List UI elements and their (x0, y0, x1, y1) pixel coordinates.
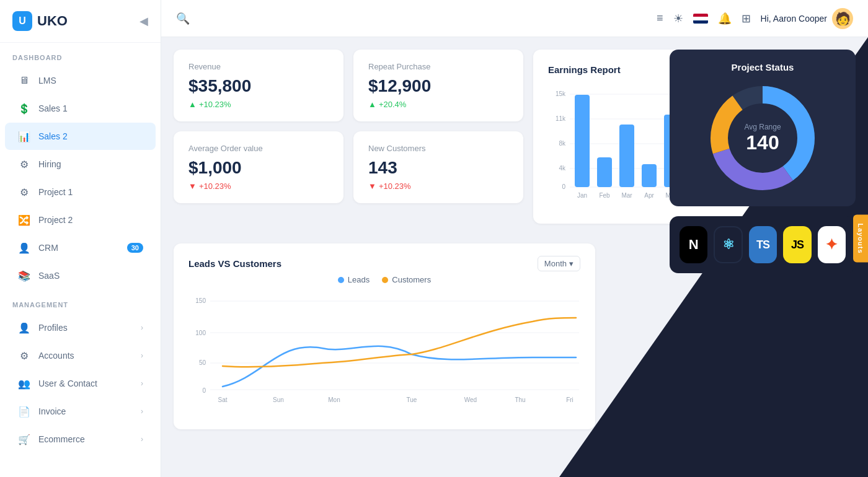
search-icon: 🔍 (176, 12, 190, 25)
bell-icon[interactable]: 🔔 (718, 12, 732, 25)
sidebar-item-label: SaaS (38, 271, 60, 281)
metric-value: $35,800 (188, 76, 329, 96)
svg-text:Sat: Sat (218, 396, 227, 403)
earnings-title: Earnings Report (548, 64, 621, 75)
metric-value: $12,900 (368, 76, 508, 96)
sidebar-item-label: Sales 1 (38, 103, 68, 113)
content-area: Revenue $35,800 ▲ +10.23% Repeat Purchas… (161, 37, 868, 477)
sidebar-item-profiles[interactable]: 👤 Profiles › (5, 314, 156, 341)
svg-rect-10 (575, 95, 590, 187)
metric-label: New Customers (368, 144, 508, 153)
sidebar-item-project2[interactable]: 🔀 Project 2 (5, 206, 156, 234)
arrow-up-icon: ▲ (368, 100, 376, 109)
legend-customers-label: Customers (392, 275, 431, 284)
leads-header: Leads VS Customers Month ▾ (188, 256, 580, 271)
sidebar-item-project1[interactable]: ⚙ Project 1 (5, 178, 156, 206)
sidebar-item-label: Profiles (38, 323, 68, 333)
react-logo[interactable]: ⚛ (714, 226, 742, 263)
flag-icon[interactable] (693, 14, 708, 24)
metric-change: ▼ +10.23% (368, 182, 508, 191)
javascript-logo[interactable]: JS (783, 226, 811, 263)
chevron-down-icon: ▾ (569, 259, 574, 268)
profiles-icon: 👤 (17, 321, 31, 335)
svg-text:Apr: Apr (644, 192, 654, 199)
metric-new-customers: New Customers 143 ▼ +10.23% (353, 131, 523, 203)
project-status-card: Project Status (670, 50, 856, 206)
chevron-right-icon: › (141, 351, 143, 360)
sidebar-item-accounts[interactable]: ⚙ Accounts › (5, 342, 156, 369)
crm-badge: 30 (127, 243, 143, 253)
grid-icon[interactable]: ⊞ (742, 12, 751, 25)
sidebar-item-usercontact[interactable]: 👥 User & Contact › (5, 370, 156, 397)
donut-avg-value: 140 (744, 131, 781, 154)
metric-label: Average Order value (188, 144, 329, 153)
nextjs-logo[interactable]: N (680, 226, 707, 263)
chevron-right-icon: › (141, 407, 143, 416)
sidebar-item-crm[interactable]: 👤 CRM 30 (5, 234, 156, 261)
typescript-logo[interactable]: TS (749, 226, 777, 263)
svg-text:Sun: Sun (273, 396, 284, 403)
layouts-button[interactable]: Layouts (853, 214, 868, 262)
leads-filter[interactable]: Month ▾ (538, 256, 580, 271)
user-greeting: Hi, Aaron Cooper (761, 14, 827, 24)
metrics-row: Revenue $35,800 ▲ +10.23% Repeat Purchas… (174, 50, 523, 203)
user-info[interactable]: Hi, Aaron Cooper 🧑 (761, 8, 853, 29)
sidebar-item-saas[interactable]: 📚 SaaS (5, 262, 156, 289)
right-panel: Project Status (657, 37, 868, 477)
sidebar-section-management: MANAGEMENT 👤 Profiles › ⚙ Accounts › 👥 U… (0, 290, 161, 453)
svg-rect-12 (619, 125, 634, 187)
svg-rect-13 (642, 164, 657, 187)
sidebar-item-sales1[interactable]: 💲 Sales 1 (5, 95, 156, 122)
sidebar-logo: U UKO ◀ (0, 0, 161, 43)
figma-logo[interactable]: ✦ (818, 226, 846, 263)
leads-legend: Leads Customers (188, 275, 580, 284)
leads-title: Leads VS Customers (188, 258, 281, 269)
sidebar-item-label: Sales 2 (38, 131, 68, 141)
header-actions: ≡ ☀ 🔔 ⊞ Hi, Aaron Cooper 🧑 (657, 8, 853, 29)
svg-text:Feb: Feb (599, 192, 610, 199)
metric-value: 143 (368, 158, 508, 178)
svg-text:4k: 4k (559, 165, 566, 172)
theme-icon[interactable]: ☀ (673, 12, 683, 25)
svg-text:Tue: Tue (407, 396, 417, 403)
crm-icon: 👤 (17, 241, 31, 255)
chevron-right-icon: › (141, 435, 143, 444)
svg-rect-11 (597, 157, 612, 187)
svg-text:Wed: Wed (464, 396, 477, 403)
sidebar-item-label: Invoice (38, 406, 66, 416)
metric-label: Revenue (188, 62, 329, 71)
collapse-button[interactable]: ◀ (140, 14, 148, 28)
svg-text:Mon: Mon (328, 396, 340, 403)
usercontact-icon: 👥 (17, 377, 31, 390)
filter-icon[interactable]: ≡ (657, 12, 663, 25)
svg-text:Mar: Mar (621, 192, 632, 199)
sidebar-item-label: Ecommerce (38, 434, 85, 444)
sidebar-item-label: Accounts (38, 351, 74, 361)
sidebar-item-hiring[interactable]: ⚙ Hiring (5, 151, 156, 178)
sidebar-item-ecommerce[interactable]: 🛒 Ecommerce › (5, 426, 156, 453)
metric-avg-order: Average Order value $1,000 ▼ +10.23% (174, 131, 343, 203)
hiring-icon: ⚙ (17, 157, 31, 171)
sidebar-section-dashboard: DASHBOARD 🖥 LMS 💲 Sales 1 📊 Sales 2 ⚙ Hi… (0, 43, 161, 290)
sidebar-item-invoice[interactable]: 📄 Invoice › (5, 398, 156, 425)
sidebar-item-lms[interactable]: 🖥 LMS (5, 67, 156, 94)
legend-leads-label: Leads (348, 275, 370, 284)
sales2-icon: 📊 (17, 129, 31, 143)
arrow-up-icon: ▲ (188, 100, 197, 109)
donut-center: Avg Range 140 (744, 123, 781, 154)
sidebar-item-sales2[interactable]: 📊 Sales 2 (5, 123, 156, 150)
svg-text:Thu: Thu (515, 396, 525, 403)
main-content: 🔍 ≡ ☀ 🔔 ⊞ Hi, Aaron Cooper 🧑 (161, 0, 868, 477)
svg-text:150: 150 (195, 297, 206, 304)
arrow-down-icon: ▼ (188, 182, 197, 191)
metric-change: ▲ +20.4% (368, 100, 508, 109)
logo-icon: U (12, 11, 32, 31)
search-box[interactable]: 🔍 (176, 12, 190, 25)
logo: U UKO (12, 11, 68, 31)
metric-value: $1,000 (188, 158, 329, 178)
project-status-title: Project Status (682, 62, 843, 72)
legend-customers: Customers (382, 275, 431, 284)
svg-text:100: 100 (195, 330, 206, 336)
sidebar-item-label: Project 2 (38, 215, 73, 225)
svg-text:0: 0 (202, 387, 206, 394)
